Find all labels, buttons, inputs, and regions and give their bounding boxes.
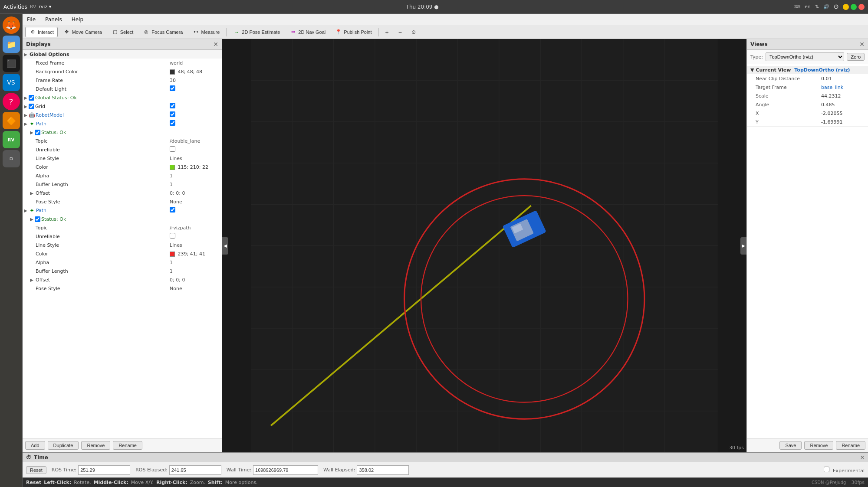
vscode-icon[interactable]: VS bbox=[3, 74, 20, 91]
path2-unreliable-row: Unreliable bbox=[23, 232, 222, 241]
path2-checkbox[interactable] bbox=[170, 207, 175, 212]
rename-button[interactable]: Rename bbox=[113, 441, 142, 450]
remove-button[interactable]: Remove bbox=[81, 441, 110, 450]
views-type-select[interactable]: TopDownOrtho (rviz) bbox=[766, 52, 844, 61]
grid-icon[interactable]: ⊞ bbox=[3, 150, 20, 167]
minimize-btn[interactable] bbox=[843, 4, 849, 10]
global-status-row[interactable]: ▶ Global Status: Ok bbox=[23, 93, 222, 102]
interact-button[interactable]: ⊕ Interact bbox=[25, 27, 58, 37]
path2-status-expand[interactable]: ▶ bbox=[29, 217, 35, 222]
firefox-icon[interactable]: 🦊 bbox=[3, 16, 20, 34]
keyboard-icon[interactable]: ⌨ bbox=[793, 4, 800, 10]
grid-row[interactable]: ▶ Grid bbox=[23, 102, 222, 111]
path1-status-expand[interactable]: ▶ bbox=[29, 130, 35, 135]
views-rename-button[interactable]: Rename bbox=[836, 441, 865, 450]
path2-expand[interactable]: ▶ bbox=[23, 208, 29, 213]
os-top-bar: Activities RV rviz ▾ Thu 20:09 ● ⌨ en ⇅ … bbox=[0, 0, 868, 14]
focus-camera-button[interactable]: ◎ Focus Camera bbox=[139, 27, 187, 37]
scale-row: Scale 44.2312 bbox=[747, 92, 868, 100]
rviz-dropdown[interactable]: rviz ▾ bbox=[39, 4, 51, 10]
path1-alpha-row: Alpha 1 bbox=[23, 171, 222, 180]
files-icon[interactable]: 📁 bbox=[3, 36, 20, 53]
shift-key: Shift: bbox=[208, 480, 223, 485]
grid-checkbox[interactable] bbox=[29, 104, 34, 109]
measure-button[interactable]: ⊷ Measure bbox=[188, 27, 224, 37]
views-close-button[interactable]: ✕ bbox=[859, 41, 865, 48]
time-close-button[interactable]: ✕ bbox=[860, 454, 865, 461]
close-btn[interactable] bbox=[858, 4, 865, 10]
path1-unreliable-checkbox[interactable] bbox=[170, 146, 175, 152]
right-click-value: Zoom. bbox=[190, 480, 205, 485]
move-camera-button[interactable]: ✥ Move Camera bbox=[59, 27, 106, 37]
menu-file[interactable]: File bbox=[25, 16, 37, 23]
viewport[interactable]: ◀ ▶ 30 fps bbox=[222, 39, 746, 452]
lang-selector[interactable]: en bbox=[805, 4, 811, 10]
global-status-checkbox[interactable] bbox=[29, 95, 34, 101]
pose-estimate-button[interactable]: → 2D Pose Estimate bbox=[229, 27, 284, 37]
help-icon[interactable]: ? bbox=[3, 93, 20, 110]
path1-unreliable-label: Unreliable bbox=[35, 147, 170, 153]
path2-offset-expand[interactable]: ▶ bbox=[29, 278, 35, 282]
path2-topic-row: Topic /rvizpath bbox=[23, 223, 222, 232]
path1-status-checkbox[interactable] bbox=[35, 130, 40, 135]
nav-goal-button[interactable]: ⇒ 2D Nav Goal bbox=[286, 27, 329, 37]
path1-color-swatch bbox=[170, 165, 175, 170]
displays-content[interactable]: ▶ Global Options Fixed Frame world Backg… bbox=[23, 50, 222, 438]
path1-expand[interactable]: ▶ bbox=[23, 121, 29, 126]
3d-icon[interactable]: 🔶 bbox=[3, 112, 20, 129]
path1-topic-label: Topic bbox=[35, 138, 170, 144]
select-button[interactable]: ▢ Select bbox=[108, 27, 138, 37]
path1-color-row: Color 115; 210; 22 bbox=[23, 163, 222, 171]
views-save-button[interactable]: Save bbox=[779, 441, 802, 450]
path2-status-checkbox[interactable] bbox=[35, 216, 40, 222]
maximize-btn[interactable] bbox=[851, 4, 857, 10]
menu-panels[interactable]: Panels bbox=[43, 16, 64, 23]
zoom-fit-button[interactable]: ⊙ bbox=[408, 27, 420, 37]
add-button[interactable]: Add bbox=[25, 441, 45, 450]
path2-unreliable-checkbox[interactable] bbox=[170, 233, 175, 239]
zoom-in-button[interactable]: + bbox=[381, 27, 393, 37]
path2-row[interactable]: ▶ ✦ Path bbox=[23, 206, 222, 215]
ros-time-field: ROS Time: bbox=[52, 465, 130, 475]
volume-icon[interactable]: 🔊 bbox=[823, 4, 829, 10]
terminal-icon[interactable]: ⬛ bbox=[3, 55, 20, 72]
network-icon[interactable]: ⇅ bbox=[815, 4, 819, 10]
rviz-app-icon[interactable]: RV bbox=[3, 131, 20, 148]
menu-help[interactable]: Help bbox=[70, 16, 85, 23]
path2-buflen-value: 1 bbox=[170, 268, 222, 274]
path2-buflen-row: Buffer Length 1 bbox=[23, 267, 222, 275]
collapse-left-arrow[interactable]: ◀ bbox=[222, 237, 228, 255]
path1-offset-expand[interactable]: ▶ bbox=[29, 191, 35, 196]
collapse-right-arrow[interactable]: ▶ bbox=[740, 237, 746, 255]
power-icon[interactable]: ⏻ bbox=[834, 4, 838, 10]
views-remove-button[interactable]: Remove bbox=[804, 441, 833, 450]
zoom-out-button[interactable]: − bbox=[395, 27, 406, 37]
reset-label[interactable]: Reset bbox=[26, 480, 41, 485]
displays-title: Displays bbox=[26, 41, 51, 47]
path1-color-label: Color bbox=[35, 164, 170, 170]
path1-row[interactable]: ▶ ✦ Path bbox=[23, 119, 222, 128]
ros-time-input[interactable] bbox=[78, 465, 130, 475]
pose-icon: → bbox=[233, 29, 240, 36]
default-light-checkbox[interactable] bbox=[170, 85, 175, 91]
grid-expand[interactable]: ▶ bbox=[23, 104, 29, 109]
robot-model-expand[interactable]: ▶ bbox=[23, 113, 29, 118]
global-status-expand[interactable]: ▶ bbox=[23, 95, 29, 100]
path2-unreliable-label: Unreliable bbox=[35, 234, 170, 239]
wall-elapsed-input[interactable] bbox=[357, 465, 409, 475]
y-value: -1.69991 bbox=[821, 119, 865, 125]
publish-point-button[interactable]: 📍 Publish Point bbox=[331, 27, 375, 37]
ros-elapsed-input[interactable] bbox=[169, 465, 221, 475]
activities-label[interactable]: Activities bbox=[3, 4, 27, 10]
time-reset-button[interactable]: Reset bbox=[26, 466, 46, 474]
duplicate-button[interactable]: Duplicate bbox=[48, 441, 79, 450]
views-zero-button[interactable]: Zero bbox=[847, 53, 865, 61]
wall-time-input[interactable] bbox=[253, 465, 318, 475]
credit-label: CSDN @Prejudg bbox=[812, 480, 846, 485]
global-options-expand[interactable]: ▶ bbox=[23, 52, 29, 57]
experimental-checkbox[interactable] bbox=[824, 467, 829, 472]
robot-model-row[interactable]: ▶ 🤖 RobotModel bbox=[23, 111, 222, 119]
global-options-row[interactable]: ▶ Global Options bbox=[23, 50, 222, 59]
current-view-header[interactable]: ▼ Current View TopDownOrtho (rviz) bbox=[747, 66, 868, 74]
displays-close-button[interactable]: ✕ bbox=[213, 41, 218, 48]
